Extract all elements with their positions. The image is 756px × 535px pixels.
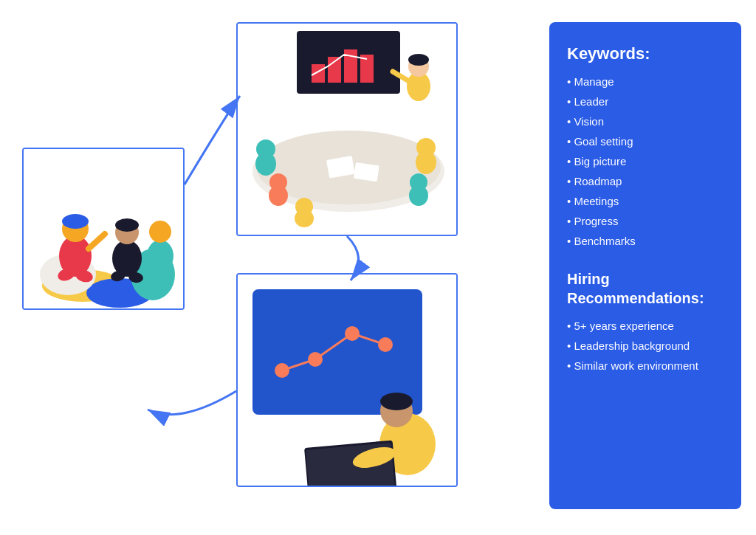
keyword-item: Benchmarks [567,235,724,247]
svg-point-16 [147,240,173,272]
keywords-heading: Keywords: [567,44,724,63]
right-panel: Keywords: Manage Leader Vision Goal sett… [549,22,741,509]
svg-point-17 [149,221,171,243]
hiring-item: 5+ years experience [567,320,724,332]
svg-point-33 [255,152,276,176]
keyword-item: Leader [567,95,724,108]
svg-point-39 [409,185,428,206]
hiring-heading: Hiring Recommendations: [567,269,724,308]
svg-point-28 [408,54,429,66]
center-bottom-illustration-box [236,273,458,487]
keyword-item: Manage [567,75,724,88]
svg-point-35 [269,185,288,206]
main-container: Keywords: Manage Leader Vision Goal sett… [0,0,756,535]
keyword-item: Progress [567,215,724,227]
keyword-item: Goal setting [567,135,724,148]
svg-point-41 [295,210,314,227]
svg-point-52 [380,393,413,410]
svg-rect-43 [354,162,379,182]
svg-point-13 [115,218,139,232]
keyword-item: Roadmap [567,175,724,187]
hiring-item: Leadership background [567,339,724,352]
keyword-item: Vision [567,115,724,128]
hiring-item: Similar work environment [567,359,724,372]
hiring-list: 5+ years experience Leadership backgroun… [567,320,724,372]
keyword-item: Big picture [567,155,724,168]
left-illustration-box [22,148,185,310]
keyword-item: Meetings [567,195,724,207]
svg-point-7 [62,214,89,229]
svg-point-37 [416,151,436,174]
center-top-illustration-box [236,22,458,236]
keywords-list: Manage Leader Vision Goal setting Big pi… [567,75,724,247]
